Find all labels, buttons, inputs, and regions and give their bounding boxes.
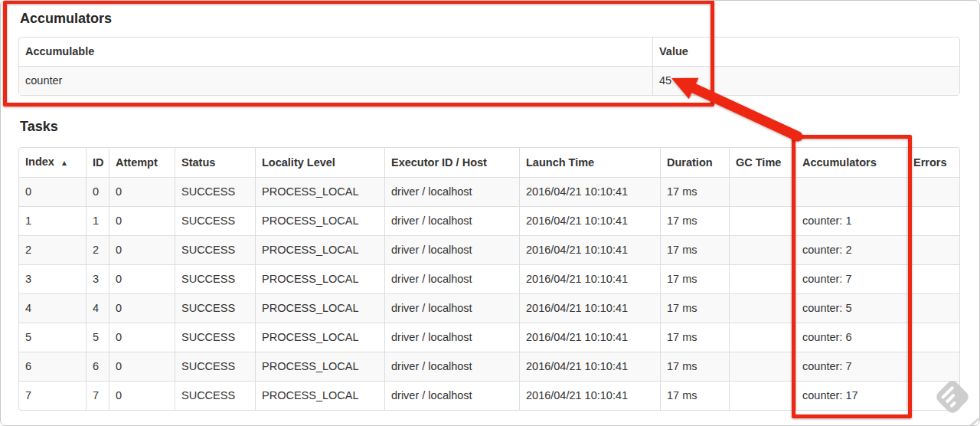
cell-id: 0 (86, 177, 109, 206)
table-row: 000SUCCESSPROCESS_LOCALdriver / localhos… (19, 177, 959, 206)
cell-status: SUCCESS (175, 293, 255, 323)
column-header-errors[interactable]: Errors (906, 148, 959, 177)
cell-gc-time (729, 352, 795, 381)
tasks-table: Index▲IDAttemptStatusLocality LevelExecu… (18, 147, 960, 411)
cell-id: 6 (86, 352, 109, 381)
cell-errors (906, 177, 959, 206)
cell-locality-level: PROCESS_LOCAL (255, 206, 384, 235)
header-row: AccumulableValue (19, 38, 959, 66)
cell-index: 7 (19, 381, 86, 410)
cell-duration: 17 ms (660, 293, 729, 323)
cell-attempt: 0 (109, 323, 175, 352)
column-header-accumulators[interactable]: Accumulators (795, 148, 906, 177)
table-row: counter45 (19, 66, 959, 95)
accumulators-table-body: counter45 (19, 66, 959, 95)
table-row: 660SUCCESSPROCESS_LOCALdriver / localhos… (19, 352, 959, 381)
accumulators-section-title: Accumulators (20, 10, 960, 27)
cell-status: SUCCESS (175, 323, 255, 352)
cell-executor-id-host: driver / localhost (384, 264, 519, 293)
accumulators-table-head: AccumulableValue (19, 38, 959, 66)
cell-attempt: 0 (109, 352, 175, 381)
cell-accumulable: counter (19, 66, 652, 95)
column-header-index[interactable]: Index▲ (19, 148, 86, 177)
table-row: 220SUCCESSPROCESS_LOCALdriver / localhos… (19, 235, 959, 264)
column-header-launch-time[interactable]: Launch Time (519, 148, 660, 177)
cell-duration: 17 ms (660, 352, 729, 381)
cell-accumulators: counter: 7 (795, 264, 906, 293)
column-header-duration[interactable]: Duration (660, 148, 729, 177)
cell-gc-time (729, 264, 795, 293)
cell-errors (906, 235, 959, 264)
cell-duration: 17 ms (660, 264, 729, 293)
cell-launch-time: 2016/04/21 10:10:41 (519, 264, 660, 293)
cell-gc-time (729, 235, 795, 264)
cell-launch-time: 2016/04/21 10:10:41 (519, 206, 660, 235)
table-row: 330SUCCESSPROCESS_LOCALdriver / localhos… (19, 264, 959, 293)
cell-duration: 17 ms (660, 323, 729, 352)
cell-attempt: 0 (109, 177, 175, 206)
cell-errors (906, 323, 959, 352)
table-row: 440SUCCESSPROCESS_LOCALdriver / localhos… (19, 293, 959, 323)
accumulators-table: AccumulableValue counter45 (18, 37, 960, 96)
column-header-value: Value (652, 38, 959, 66)
cell-value: 45 (652, 66, 959, 95)
cell-accumulators: counter: 1 (795, 206, 906, 235)
cell-launch-time: 2016/04/21 10:10:41 (519, 293, 660, 323)
cell-accumulators: counter: 2 (795, 235, 906, 264)
cell-attempt: 0 (109, 381, 175, 410)
table-row: 770SUCCESSPROCESS_LOCALdriver / localhos… (19, 381, 959, 410)
cell-id: 3 (86, 264, 109, 293)
cell-locality-level: PROCESS_LOCAL (255, 235, 384, 264)
column-header-gc-time[interactable]: GC Time (729, 148, 795, 177)
tasks-table-body: 000SUCCESSPROCESS_LOCALdriver / localhos… (19, 177, 959, 410)
pointer-artifact (969, 418, 980, 426)
column-header-status[interactable]: Status (175, 148, 255, 177)
column-header-executor-id-host[interactable]: Executor ID / Host (384, 148, 519, 177)
cell-id: 1 (86, 206, 109, 235)
header-row: Index▲IDAttemptStatusLocality LevelExecu… (19, 148, 959, 177)
cell-id: 7 (86, 381, 109, 410)
cell-errors (906, 381, 959, 410)
cell-errors (906, 206, 959, 235)
cell-status: SUCCESS (175, 381, 255, 410)
cell-launch-time: 2016/04/21 10:10:41 (519, 235, 660, 264)
cell-gc-time (729, 381, 795, 410)
cell-index: 6 (19, 352, 86, 381)
tasks-section-title: Tasks (20, 118, 960, 135)
cell-attempt: 0 (109, 235, 175, 264)
cell-executor-id-host: driver / localhost (384, 177, 519, 206)
cell-attempt: 0 (109, 264, 175, 293)
cell-errors (906, 293, 959, 323)
cell-index: 3 (19, 264, 86, 293)
cell-launch-time: 2016/04/21 10:10:41 (519, 381, 660, 410)
sort-ascending-icon: ▲ (60, 159, 68, 167)
cell-accumulators: counter: 7 (795, 352, 906, 381)
cell-gc-time (729, 177, 795, 206)
cell-index: 2 (19, 235, 86, 264)
cell-duration: 17 ms (660, 381, 729, 410)
cell-locality-level: PROCESS_LOCAL (255, 264, 384, 293)
column-header-id[interactable]: ID (86, 148, 109, 177)
cell-executor-id-host: driver / localhost (384, 206, 519, 235)
cell-duration: 17 ms (660, 206, 729, 235)
cell-launch-time: 2016/04/21 10:10:41 (519, 323, 660, 352)
cell-status: SUCCESS (175, 177, 255, 206)
cell-executor-id-host: driver / localhost (384, 352, 519, 381)
cell-index: 5 (19, 323, 86, 352)
cell-duration: 17 ms (660, 177, 729, 206)
column-header-locality-level[interactable]: Locality Level (255, 148, 384, 177)
cell-errors (906, 352, 959, 381)
cell-index: 4 (19, 293, 86, 323)
cell-locality-level: PROCESS_LOCAL (255, 381, 384, 410)
cell-accumulators: counter: 6 (795, 323, 906, 352)
cell-status: SUCCESS (175, 352, 255, 381)
cell-locality-level: PROCESS_LOCAL (255, 177, 384, 206)
cell-launch-time: 2016/04/21 10:10:41 (519, 352, 660, 381)
cell-attempt: 0 (109, 206, 175, 235)
column-header-attempt[interactable]: Attempt (109, 148, 175, 177)
cell-gc-time (729, 206, 795, 235)
cell-launch-time: 2016/04/21 10:10:41 (519, 177, 660, 206)
cell-gc-time (729, 293, 795, 323)
cell-locality-level: PROCESS_LOCAL (255, 352, 384, 381)
tasks-table-head: Index▲IDAttemptStatusLocality LevelExecu… (19, 148, 959, 177)
